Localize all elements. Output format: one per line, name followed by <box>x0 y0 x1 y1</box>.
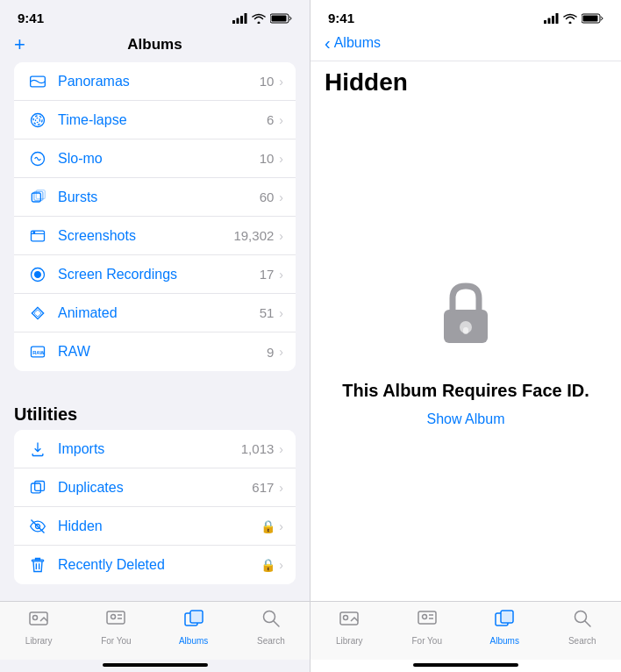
bursts-chevron: › <box>279 190 283 204</box>
left-tab-search[interactable]: Search <box>232 609 310 646</box>
screenrecordings-chevron: › <box>279 268 283 282</box>
panoramas-label: Panoramas <box>58 74 260 89</box>
recently-deleted-lock-icon: 🔒 <box>261 558 275 572</box>
raw-chevron: › <box>279 345 283 359</box>
utilities-header: Utilities <box>0 389 310 430</box>
recently-deleted-icon <box>26 556 49 574</box>
raw-item[interactable]: RAW RAW 9 › <box>14 332 296 371</box>
battery-icon <box>270 13 292 24</box>
animated-item[interactable]: Animated 51 › <box>14 294 296 332</box>
back-to-albums-button[interactable]: ‹ Albums <box>325 34 381 52</box>
screenrecordings-item[interactable]: Screen Recordings 17 › <box>14 255 296 294</box>
left-page-title: Albums <box>127 36 182 54</box>
duplicates-count: 617 <box>252 480 274 495</box>
svg-point-28 <box>33 616 38 620</box>
right-tab-library-label: Library <box>336 636 363 646</box>
left-tab-library[interactable]: Library <box>0 609 77 646</box>
animated-icon <box>26 304 49 322</box>
right-page-title: Hidden <box>310 61 621 105</box>
search-tab-icon <box>261 609 281 633</box>
imports-icon <box>26 440 49 458</box>
recently-deleted-item[interactable]: Recently Deleted 🔒 › <box>14 546 296 584</box>
left-tab-search-label: Search <box>257 636 285 646</box>
imports-count: 1,013 <box>241 441 275 456</box>
svg-line-37 <box>274 621 279 626</box>
right-tab-foryou-label: For You <box>412 636 442 646</box>
add-album-button[interactable]: + <box>14 35 25 54</box>
svg-rect-43 <box>583 15 598 21</box>
svg-point-48 <box>344 616 348 620</box>
hidden-item[interactable]: Hidden 🔒 › <box>14 507 296 546</box>
duplicates-item[interactable]: Duplicates 617 › <box>14 468 296 507</box>
svg-rect-3 <box>245 13 247 24</box>
right-tab-albums[interactable]: Albums <box>466 609 544 646</box>
foryou-tab-icon <box>105 609 126 633</box>
svg-line-57 <box>585 621 590 626</box>
wifi-icon <box>252 13 266 24</box>
right-panel: 9:41 ‹ Albums Hid <box>310 0 621 672</box>
right-tab-search[interactable]: Search <box>544 609 622 646</box>
right-nav-header: ‹ Albums <box>310 31 621 61</box>
panoramas-icon <box>26 73 49 90</box>
right-tab-bar: Library For You Albums <box>310 601 621 660</box>
left-panel: 9:41 + Albums <box>0 0 310 672</box>
left-status-icons <box>232 13 292 24</box>
hidden-icon <box>26 518 49 535</box>
right-tab-foryou[interactable]: For You <box>389 609 467 646</box>
timelapse-chevron: › <box>279 113 283 127</box>
screenshots-chevron: › <box>279 229 283 243</box>
right-wifi-icon <box>563 13 577 24</box>
left-tab-bar: Library For You Albums <box>0 601 310 660</box>
duplicates-chevron: › <box>279 481 283 495</box>
svg-rect-46 <box>463 327 468 334</box>
svg-rect-2 <box>240 16 243 24</box>
slomo-item[interactable]: Slo-mo 10 › <box>14 139 296 178</box>
hidden-label: Hidden <box>58 518 261 534</box>
right-library-tab-icon <box>339 609 360 633</box>
right-search-tab-icon <box>573 609 592 633</box>
animated-label: Animated <box>58 305 260 321</box>
show-album-button[interactable]: Show Album <box>427 411 505 427</box>
back-button-label: Albums <box>334 35 381 51</box>
panoramas-count: 10 <box>260 74 275 89</box>
right-tab-search-label: Search <box>568 636 596 646</box>
screenrecordings-label: Screen Recordings <box>58 267 260 282</box>
panoramas-item[interactable]: Panoramas 10 › <box>14 62 296 101</box>
right-home-indicator <box>413 663 518 667</box>
svg-point-8 <box>36 118 40 122</box>
timelapse-count: 6 <box>267 112 274 127</box>
left-tab-albums[interactable]: Albums <box>155 609 232 646</box>
bursts-item[interactable]: Bursts 60 › <box>14 178 296 217</box>
left-list-container[interactable]: Panoramas 10 › Time-lapse 6 › <box>0 62 310 601</box>
raw-count: 9 <box>267 345 274 360</box>
back-chevron-icon: ‹ <box>325 34 331 52</box>
right-battery-icon <box>582 13 603 24</box>
right-status-bar: 9:41 <box>310 0 621 31</box>
svg-rect-21 <box>35 481 45 490</box>
left-tab-library-label: Library <box>25 636 53 646</box>
raw-label: RAW <box>58 344 267 360</box>
raw-icon: RAW <box>26 343 49 361</box>
require-face-id-title: This Album Requires Face ID. <box>342 381 589 401</box>
left-status-time: 9:41 <box>18 11 44 25</box>
slomo-icon <box>26 150 49 168</box>
animated-count: 51 <box>260 305 275 320</box>
svg-point-15 <box>33 232 35 233</box>
bursts-label: Bursts <box>58 189 260 205</box>
left-nav-header: + Albums <box>0 31 310 62</box>
left-tab-foryou[interactable]: For You <box>77 609 154 646</box>
right-foryou-tab-icon <box>417 609 438 633</box>
left-home-indicator <box>103 663 208 667</box>
screenshots-item[interactable]: Screenshots 19,302 › <box>14 217 296 255</box>
right-signal-icon <box>544 13 559 24</box>
timelapse-item[interactable]: Time-lapse 6 › <box>14 101 296 139</box>
utilities-section: Imports 1,013 › Duplicates 617 › <box>14 430 296 584</box>
recently-deleted-chevron: › <box>279 558 283 572</box>
svg-rect-0 <box>232 20 235 24</box>
slomo-label: Slo-mo <box>58 151 260 167</box>
svg-rect-38 <box>544 20 546 24</box>
slomo-chevron: › <box>279 152 283 166</box>
right-tab-library[interactable]: Library <box>310 609 389 646</box>
timelapse-icon <box>26 111 49 129</box>
imports-item[interactable]: Imports 1,013 › <box>14 430 296 468</box>
